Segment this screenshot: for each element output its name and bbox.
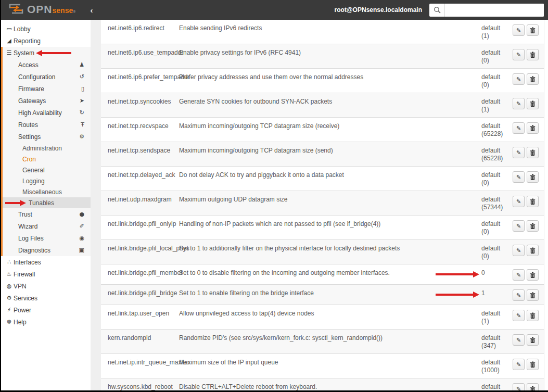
delete-button[interactable] [527, 24, 539, 36]
pencil-icon: ✎ [516, 361, 521, 368]
edit-button[interactable]: ✎ [513, 359, 525, 370]
edit-button[interactable]: ✎ [513, 24, 525, 36]
edit-button[interactable]: ✎ [513, 49, 525, 60]
sidebar-item-log-files[interactable]: Log Files◉ [3, 232, 91, 244]
tunable-name: net.inet.tcp.sendspace [101, 147, 179, 162]
content-area: net.inet6.ip6.redirect Enable sending IP… [91, 20, 548, 390]
sidebar-item-gateways[interactable]: Gateways➤ [3, 95, 91, 107]
tunable-description: Set to 1 to enable filtering on the brid… [179, 289, 481, 301]
pencil-icon: ✎ [516, 247, 521, 254]
tunable-description: Maximum size of the IP input queue [179, 359, 481, 374]
sidebar-item-administration[interactable]: Administration [3, 143, 91, 154]
sidebar-item-label: Power [14, 307, 31, 314]
sidebar-item-configuration[interactable]: Configuration↺ [3, 71, 91, 83]
sitemap-icon: ∴ [5, 259, 13, 265]
delete-button[interactable] [527, 245, 539, 256]
delete-button[interactable] [527, 359, 539, 370]
opnsense-logo[interactable]: OPNsense® [8, 3, 75, 17]
table-row: net.inet.tcp.sendspace Maximum incoming/… [101, 142, 544, 167]
sidebar-item-high-availability[interactable]: High Availability↻ [3, 107, 91, 119]
delete-button[interactable] [527, 220, 539, 232]
edit-button[interactable]: ✎ [513, 196, 525, 207]
table-row: net.inet.tcp.syncookies Generate SYN coo… [101, 93, 544, 118]
search-icon [429, 4, 445, 17]
edit-button[interactable]: ✎ [513, 289, 525, 301]
edit-button[interactable]: ✎ [513, 245, 525, 256]
edit-button[interactable]: ✎ [513, 73, 525, 85]
edit-button[interactable]: ✎ [513, 334, 525, 346]
global-search[interactable] [429, 4, 544, 17]
delete-button[interactable] [527, 289, 539, 301]
sidebar-item-label: Diagnostics [18, 247, 50, 254]
delete-button[interactable] [527, 171, 539, 183]
delete-button[interactable] [527, 98, 539, 109]
trash-icon [530, 52, 536, 58]
tunable-description: Set to 0 to disable filtering on the inc… [179, 269, 481, 281]
pencil-icon: ✎ [516, 100, 521, 107]
list-icon: ☰ [5, 49, 13, 56]
edit-button[interactable]: ✎ [513, 269, 525, 281]
sidebar-item-access[interactable]: Access♟ [3, 59, 91, 71]
tunable-value: default (0) [481, 171, 513, 187]
sidebar-item-general[interactable]: General [3, 165, 91, 175]
delete-button[interactable] [527, 269, 539, 281]
tunable-value: default (1) [481, 98, 513, 113]
edit-button[interactable]: ✎ [513, 220, 525, 232]
delete-button[interactable] [527, 196, 539, 207]
tunable-name: net.link.tap.user_open [101, 310, 179, 325]
trash-icon [530, 198, 536, 205]
sidebar-item-firmware[interactable]: Firmware▯ [3, 83, 91, 95]
delete-button[interactable] [527, 383, 539, 390]
tunable-name: kern.randompid [101, 334, 179, 350]
search-input[interactable] [445, 4, 544, 17]
tunable-description: Set to 1 to additionally filter on the p… [179, 245, 481, 260]
sidebar-item-logging[interactable]: Logging [3, 175, 91, 186]
edit-button[interactable]: ✎ [513, 147, 525, 158]
sidebar-item-label: General [22, 167, 45, 174]
sidebar-item-trust[interactable]: Trust● [3, 208, 91, 220]
sidebar-item-services[interactable]: ⚙Services [1, 292, 91, 304]
trash-icon [530, 27, 536, 33]
sidebar-item-label: High Availability [18, 109, 62, 117]
sidebar-item-system[interactable]: ☰System [3, 47, 91, 59]
sidebar-item-cron[interactable]: Cron [3, 154, 91, 165]
pencil-icon: ✎ [516, 198, 521, 205]
gear-icon: ⚙ [5, 295, 13, 301]
sidebar-item-routes[interactable]: RoutesŦ [3, 119, 91, 131]
sidebar-item-settings[interactable]: Settings⚙ [3, 131, 91, 143]
edit-button[interactable]: ✎ [513, 310, 525, 321]
edit-button[interactable]: ✎ [513, 122, 525, 134]
delete-button[interactable] [527, 73, 539, 85]
delete-button[interactable] [527, 122, 539, 134]
edit-button[interactable]: ✎ [513, 383, 525, 390]
tunable-value: default (1000) [481, 359, 513, 374]
sidebar-item-tunables[interactable]: Tunables [3, 197, 91, 208]
sidebar-item-lobby[interactable]: ▭Lobby [1, 23, 91, 35]
delete-button[interactable] [527, 310, 539, 321]
delete-button[interactable] [527, 147, 539, 158]
sidebar-item-label: Access [18, 61, 39, 69]
sidebar-item-miscellaneous[interactable]: Miscellaneous [3, 186, 91, 197]
brand-sense: sense [53, 6, 73, 15]
tunable-name: hw.syscons.kbd_reboot [101, 383, 179, 390]
sidebar-item-reporting[interactable]: ◢Reporting [1, 35, 91, 47]
sidebar-collapse-toggle[interactable]: ‹ [90, 6, 93, 15]
sidebar-item-wizard[interactable]: Wizard✐ [3, 220, 91, 232]
sidebar-item-diagnostics[interactable]: Diagnostics▣ [3, 244, 91, 256]
tunable-value: default (0) [481, 49, 513, 65]
sidebar-item-label: Logging [22, 178, 45, 185]
trash-icon [530, 100, 536, 107]
sidebar-item-firewall[interactable]: ♨Firewall [1, 268, 91, 280]
edit-button[interactable]: ✎ [513, 98, 525, 109]
edit-button[interactable]: ✎ [513, 171, 525, 183]
delete-button[interactable] [527, 49, 539, 60]
trash-icon [530, 386, 536, 390]
scrollbar-track[interactable] [544, 20, 548, 390]
delete-button[interactable] [527, 334, 539, 346]
table-row: kern.randompid Randomize PID's (see src/… [101, 330, 544, 354]
sidebar-item-vpn[interactable]: ◍VPN [1, 280, 91, 292]
eye-icon: ◉ [79, 235, 84, 242]
sidebar-item-interfaces[interactable]: ∴Interfaces [1, 256, 91, 268]
sidebar-item-help[interactable]: ☸Help [1, 316, 91, 328]
sidebar-item-power[interactable]: ⚡Power [1, 304, 91, 316]
